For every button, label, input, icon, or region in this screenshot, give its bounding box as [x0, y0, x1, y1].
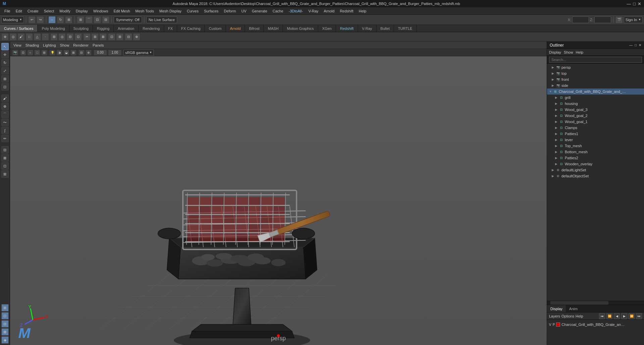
- goto-end-btn[interactable]: ⏭: [636, 313, 642, 319]
- tree-item-grill[interactable]: ▶ ⊡ grill: [547, 95, 644, 101]
- menu-windows[interactable]: Windows: [91, 8, 111, 14]
- tab-poly-modeling[interactable]: Poly Modeling: [38, 25, 69, 32]
- help-menu[interactable]: Help: [576, 314, 583, 318]
- tree-item-patties1[interactable]: ▶ ⊡ Patties1: [547, 131, 644, 137]
- tab-curves-surfaces[interactable]: Curves / Surfaces: [0, 25, 38, 32]
- layer-btn-4[interactable]: ⊠: [1, 328, 9, 336]
- menu-redshift[interactable]: Redshift: [338, 8, 356, 14]
- tree-item-wood-goal-1[interactable]: ▶ ⊡ Wood_goal_1: [547, 119, 644, 125]
- tree-item-wood-goal-3[interactable]: ▶ ⊡ Wood_goal_3: [547, 107, 644, 113]
- vertex-mode-button[interactable]: ·: [42, 33, 49, 41]
- viewport-panels-menu[interactable]: Panels: [91, 43, 105, 47]
- rotate-tool[interactable]: ↻: [1, 59, 9, 66]
- extrude-button[interactable]: ⊡: [108, 33, 115, 41]
- tree-item-front[interactable]: ▶ 📷 front: [547, 76, 644, 82]
- offset-edge-button[interactable]: ⊠: [99, 33, 107, 41]
- subdiv-btn[interactable]: ⊞: [41, 50, 47, 56]
- menu-create[interactable]: Create: [25, 8, 41, 14]
- viewport-view-menu[interactable]: View: [12, 43, 23, 47]
- layers-menu[interactable]: Layers: [549, 314, 560, 318]
- tree-item-side[interactable]: ▶ 📷 side: [547, 82, 644, 89]
- select-tool[interactable]: ↖: [1, 43, 9, 50]
- move-pivot-button[interactable]: ⊞: [50, 33, 58, 41]
- symmetry-button[interactable]: ⊟: [66, 33, 74, 41]
- menu-mesh-tools[interactable]: Mesh Tools: [133, 8, 156, 14]
- menu-generate[interactable]: Generate: [249, 8, 269, 14]
- tree-item-wood-goal-2[interactable]: ▶ ⊡ Wood_goal_2: [547, 113, 644, 119]
- redo-button[interactable]: ↪: [37, 16, 44, 23]
- paint-select-button[interactable]: 🖌: [17, 33, 25, 41]
- rotate-tool-button[interactable]: ↻: [57, 16, 64, 23]
- layer-tab-anim[interactable]: Anim: [566, 305, 581, 312]
- ep-curve-tool[interactable]: 〜: [1, 119, 9, 126]
- tree-item-bottom-mesh[interactable]: ▶ ⊡ Bottom_mesh: [547, 149, 644, 155]
- sign-in-dropdown[interactable]: Sign In ▼: [624, 16, 643, 23]
- tab-arnold[interactable]: Arnold: [226, 25, 245, 32]
- tree-item-top-mesh[interactable]: ▶ ⊡ Top_mesh: [547, 143, 644, 149]
- tree-item-charcoal-grill[interactable]: ▼ ⊞ Charcoal_Grill_with_BBQ_Grate_and_Bu…: [547, 89, 644, 95]
- component-mode-button[interactable]: △: [34, 33, 41, 41]
- maximize-button[interactable]: □: [633, 1, 636, 6]
- cv-curve-tool[interactable]: ⌒: [1, 111, 9, 118]
- tree-item-patties2[interactable]: ▶ ⊡ Patties2: [547, 155, 644, 161]
- snap-together-button[interactable]: ⊟: [125, 33, 132, 41]
- tab-rendering[interactable]: Rendering: [139, 25, 164, 32]
- connect-button[interactable]: ⊞: [91, 33, 99, 41]
- play-back-btn[interactable]: ◀: [614, 313, 620, 319]
- layer-btn-1[interactable]: ⊞: [1, 304, 9, 311]
- menu-uv[interactable]: UV: [239, 8, 249, 14]
- bezier-curve-tool[interactable]: ∫: [1, 127, 9, 134]
- multi-cut-button[interactable]: ✂: [83, 33, 91, 41]
- tab-bullet[interactable]: Bullet: [377, 25, 394, 32]
- menu-mesh-display[interactable]: Mesh Display: [157, 8, 184, 14]
- ao-btn[interactable]: ◒: [63, 50, 69, 56]
- step-fwd-btn[interactable]: ⏩: [629, 313, 635, 319]
- mode-dropdown[interactable]: Modeling ▼: [1, 16, 24, 23]
- menu-deform[interactable]: Deform: [221, 8, 238, 14]
- outliner-horizontal-scrollbar[interactable]: [547, 301, 644, 305]
- tab-sculpting[interactable]: Sculpting: [69, 25, 93, 32]
- snap-curve-button[interactable]: ⌒: [85, 16, 93, 23]
- close-button[interactable]: ✕: [638, 1, 641, 6]
- menu-file[interactable]: File: [2, 8, 13, 14]
- tree-item-default-object-set[interactable]: ▶ ⊙ defaultObjectSet: [547, 173, 644, 179]
- menu-help[interactable]: Help: [356, 8, 369, 14]
- menu-edit-mesh[interactable]: Edit Mesh: [111, 8, 132, 14]
- outliner-search-input[interactable]: [549, 57, 642, 63]
- lighting-mode-btn[interactable]: 💡: [49, 50, 55, 56]
- tab-custom[interactable]: Custom: [205, 25, 226, 32]
- render-button[interactable]: 🎬: [615, 16, 623, 23]
- pencil-tool[interactable]: ✏: [1, 135, 9, 142]
- smooth-btn[interactable]: ○: [27, 50, 33, 56]
- tab-rigging[interactable]: Rigging: [93, 25, 114, 32]
- bridge-button[interactable]: ⊞: [116, 33, 123, 41]
- snap-point-button[interactable]: ⊡: [94, 16, 101, 23]
- shadow-btn[interactable]: ◑: [56, 50, 62, 56]
- texture-btn[interactable]: ⊠: [70, 50, 77, 56]
- custom-tool-1[interactable]: ⊟: [1, 146, 9, 154]
- viewport-renderer-menu[interactable]: Renderer: [72, 43, 90, 47]
- tab-xgen[interactable]: XGen: [318, 25, 336, 32]
- custom-tool-2[interactable]: ⊠: [1, 154, 9, 162]
- outliner-menu-show[interactable]: Show: [564, 50, 573, 54]
- menu-arnold[interactable]: Arnold: [321, 8, 337, 14]
- tab-vray[interactable]: V-Ray: [358, 25, 377, 32]
- menu-curves[interactable]: Curves: [185, 8, 201, 14]
- bounding-box-btn[interactable]: □: [34, 50, 40, 56]
- tab-mash[interactable]: MASH: [264, 25, 283, 32]
- move-tool[interactable]: ✛: [1, 51, 9, 58]
- snap-grid-button[interactable]: ⊞: [77, 16, 84, 23]
- move-tool-button[interactable]: ↔: [48, 16, 56, 23]
- play-fwd-btn[interactable]: ▶: [621, 313, 627, 319]
- soft-select-button[interactable]: ◎: [58, 33, 66, 41]
- menu-cache[interactable]: Cache: [270, 8, 286, 14]
- display-hud-btn[interactable]: ⊕: [86, 50, 92, 56]
- universal-tool[interactable]: ⊞: [1, 75, 9, 82]
- viewport-3d[interactable]: persp M X Y Z: [10, 56, 547, 345]
- frame-field-btn[interactable]: 0.00: [94, 50, 107, 56]
- outliner-minimize[interactable]: —: [629, 43, 633, 47]
- layer-btn-3[interactable]: ⊟: [1, 320, 9, 328]
- step-back-btn[interactable]: ⏪: [606, 313, 612, 319]
- menu-vray[interactable]: V-Ray: [306, 8, 321, 14]
- object-mode-button[interactable]: □: [26, 33, 33, 41]
